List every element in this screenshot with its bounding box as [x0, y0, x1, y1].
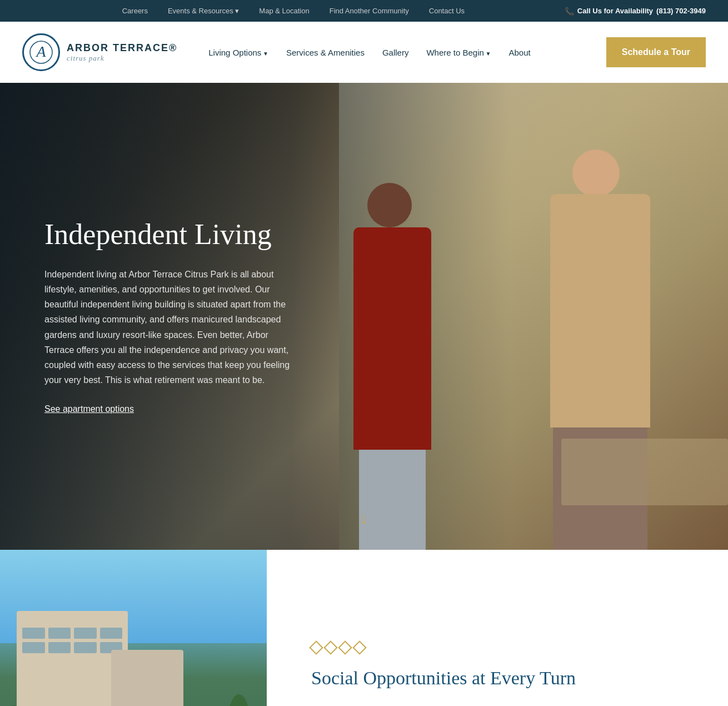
hero-heading: Independent Living: [44, 218, 300, 250]
top-bar-links: Careers Events & Resources ▾ Map & Locat…: [22, 7, 565, 15]
map-link[interactable]: Map & Location: [249, 7, 319, 15]
nav-gallery[interactable]: Gallery: [373, 48, 418, 57]
logo-text: ARBOR TERRACE® citrus park: [67, 42, 177, 63]
find-community-link[interactable]: Find Another Community: [320, 7, 419, 15]
brand-name: ARBOR TERRACE®: [67, 42, 177, 54]
brand-sub: citrus park: [67, 54, 177, 63]
second-content: Social Opportunities at Every Turn: [267, 550, 728, 706]
diamond-3: [338, 640, 352, 654]
see-apartments-link[interactable]: See apartment options: [44, 404, 134, 414]
nav-where-to-begin[interactable]: Where to Begin: [417, 48, 500, 57]
hero-content: Independent Living Independent living at…: [0, 185, 345, 448]
diamond-4: [352, 640, 366, 654]
logo-circle: A: [22, 33, 60, 71]
svg-text:A: A: [35, 43, 46, 60]
building-background: [0, 550, 267, 706]
diamond-icons: [311, 643, 684, 653]
top-bar: Careers Events & Resources ▾ Map & Locat…: [0, 0, 728, 22]
hero-body: Independent living at Arbor Terrace Citr…: [44, 267, 300, 388]
nav-services[interactable]: Services & Amenities: [277, 48, 373, 57]
nav-about[interactable]: About: [500, 48, 540, 57]
phone-number: (813) 702-3949: [656, 7, 706, 15]
call-section: 📞 Call Us for Availability (813) 702-394…: [565, 7, 706, 16]
nav-links: Living Options Services & Amenities Gall…: [200, 48, 595, 57]
call-label: Call Us for Availability: [577, 7, 653, 15]
logo-svg: A: [29, 40, 53, 64]
contact-link[interactable]: Contact Us: [419, 7, 475, 15]
second-image: [0, 550, 267, 706]
diamond-2: [323, 640, 337, 654]
events-link[interactable]: Events & Resources ▾: [158, 7, 249, 15]
hero-section: Independent Living Independent living at…: [0, 83, 728, 550]
careers-link[interactable]: Careers: [112, 7, 158, 15]
second-section: Social Opportunities at Every Turn: [0, 550, 728, 706]
diamond-1: [309, 640, 323, 654]
phone-icon: 📞: [565, 7, 574, 16]
second-heading: Social Opportunities at Every Turn: [311, 666, 684, 690]
main-nav: A ARBOR TERRACE® citrus park Living Opti…: [0, 22, 728, 83]
logo-link[interactable]: A ARBOR TERRACE® citrus park: [22, 33, 177, 71]
schedule-tour-button[interactable]: Schedule a Tour: [606, 37, 706, 67]
building-2: [111, 650, 183, 706]
nav-living-options[interactable]: Living Options: [200, 48, 277, 57]
scroll-down-arrow[interactable]: ↓: [360, 510, 368, 528]
